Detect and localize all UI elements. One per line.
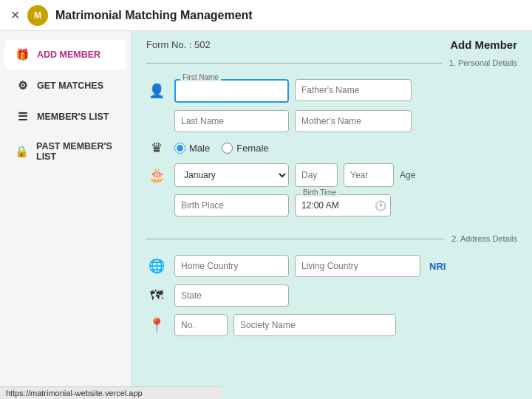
first-name-label: First Name (180, 73, 221, 81)
sidebar: 🎁 ADD MEMBER ⚙ GET MATCHES ☰ MEMBER'S LI… (0, 31, 132, 399)
map-icon: 🗺 (146, 288, 167, 304)
female-radio[interactable] (222, 143, 233, 154)
year-input[interactable] (344, 163, 394, 187)
birth-time-input[interactable] (295, 194, 391, 216)
day-input[interactable] (295, 163, 338, 187)
home-country-input[interactable] (174, 255, 289, 277)
app-body: 🎁 ADD MEMBER ⚙ GET MATCHES ☰ MEMBER'S LI… (0, 31, 532, 399)
first-name-wrapper: First Name (174, 79, 289, 103)
sidebar-label-add-member: ADD MEMBER (37, 50, 100, 60)
sidebar-label-past-members: PAST MEMBER'S LIST (36, 141, 116, 162)
close-icon[interactable]: ✕ (10, 8, 20, 22)
lock-icon: 🔒 (15, 145, 29, 158)
status-url: https://matrimonial-website.vercel.app (6, 389, 143, 398)
app-logo: M (27, 5, 48, 26)
state-input[interactable] (174, 284, 289, 307)
female-radio-label[interactable]: Female (222, 143, 268, 154)
personal-details-section: 👤 First Name 👤 (132, 76, 532, 231)
birth-time-label: Birth Time (301, 188, 338, 197)
form-header: Form No. : 502 Add Member (132, 31, 532, 55)
birth-place-input[interactable] (174, 194, 289, 216)
society-name-input[interactable] (233, 314, 396, 336)
section1-divider: 1. Personal Details (132, 55, 532, 70)
calendar-icon: 🎂 (146, 167, 167, 183)
gear-icon: ⚙ (15, 79, 30, 92)
sidebar-item-members-list[interactable]: ☰ MEMBER'S LIST (4, 102, 126, 132)
birth-time-wrapper: Birth Time 🕐 (295, 194, 391, 216)
age-label: Age (400, 170, 415, 180)
sidebar-item-past-members[interactable]: 🔒 PAST MEMBER'S LIST (4, 133, 126, 170)
name-fields: First Name (174, 79, 517, 103)
last-name-fields (174, 110, 517, 132)
no-society-fields (174, 314, 517, 336)
country-row: 🌐 NRI (146, 255, 517, 277)
no-input[interactable] (174, 314, 228, 336)
female-label: Female (236, 143, 268, 154)
birth-place-row: 🎂 Birth Time 🕐 (146, 194, 517, 216)
no-society-row: 📍 (146, 314, 517, 336)
main-content: Form No. : 502 Add Member 1. Personal De… (132, 31, 532, 399)
month-select[interactable]: JanuaryFebruaryMarchAprilMayJuneJulyAugu… (174, 163, 289, 187)
title-bar: ✕ M Matrimonial Matching Management (0, 0, 532, 31)
section1-label: 1. Personal Details (449, 58, 517, 67)
mothers-name-input[interactable] (295, 110, 412, 132)
fathers-name-input[interactable] (295, 79, 412, 101)
male-radio-label[interactable]: Male (174, 143, 210, 154)
first-name-input[interactable] (174, 79, 289, 103)
gender-icon: ♛ (146, 140, 167, 156)
address-details-section: 🌐 NRI 🗺 📍 (132, 252, 532, 351)
sidebar-item-add-member[interactable]: 🎁 ADD MEMBER (4, 40, 126, 69)
last-name-input[interactable] (174, 110, 289, 132)
section2-label: 2. Address Details (451, 234, 517, 243)
state-fields (174, 284, 517, 307)
gift-icon: 🎁 (15, 48, 30, 61)
male-label: Male (189, 143, 210, 154)
state-row: 🗺 (146, 284, 517, 307)
fathers-name-wrapper (295, 79, 412, 103)
birth-place-fields: Birth Time 🕐 (174, 194, 517, 216)
section2-divider: 2. Address Details (132, 231, 532, 246)
app-title: Matrimonial Matching Management (55, 9, 253, 22)
nri-button[interactable]: NRI (426, 261, 449, 272)
birth-date-row: 🎂 JanuaryFebruaryMarchAprilMayJuneJulyAu… (146, 163, 517, 187)
male-radio[interactable] (174, 143, 185, 154)
status-bar: https://matrimonial-website.vercel.app (0, 386, 222, 399)
last-name-row: 👤 (146, 110, 517, 132)
location-icon: 📍 (146, 317, 167, 333)
form-number: Form No. : 502 (146, 39, 211, 50)
birth-date-fields: JanuaryFebruaryMarchAprilMayJuneJulyAugu… (174, 163, 517, 187)
living-country-input[interactable] (295, 255, 420, 277)
list-icon: ☰ (15, 110, 30, 123)
gender-radio-group: Male Female (174, 143, 269, 154)
name-row: 👤 First Name (146, 79, 517, 103)
globe-icon: 🌐 (146, 258, 167, 274)
person-icon: 👤 (146, 83, 167, 99)
sidebar-label-members-list: MEMBER'S LIST (37, 112, 109, 122)
add-member-title: Add Member (450, 38, 517, 51)
sidebar-label-get-matches: GET MATCHES (37, 81, 103, 91)
country-fields: NRI (174, 255, 517, 277)
sidebar-item-get-matches[interactable]: ⚙ GET MATCHES (4, 71, 126, 100)
gender-row: ♛ Male Female (146, 140, 517, 156)
